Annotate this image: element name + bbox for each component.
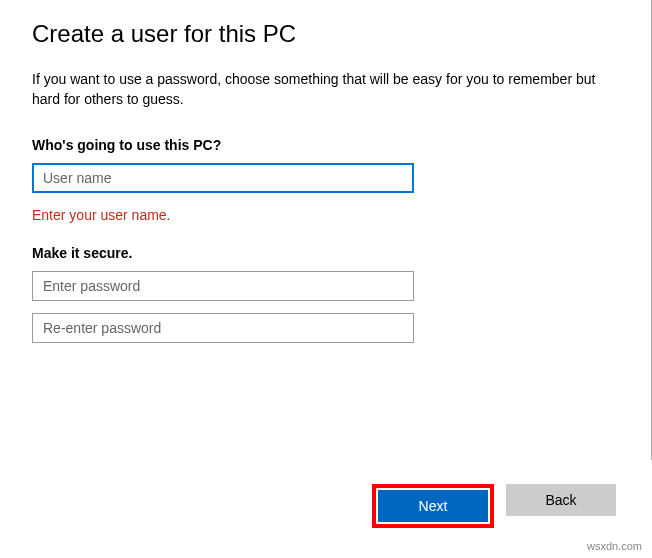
username-label: Who's going to use this PC? (32, 137, 619, 153)
next-button-highlight: Next (372, 484, 494, 528)
password-label: Make it secure. (32, 245, 619, 261)
confirm-password-input[interactable] (32, 313, 414, 343)
button-row: Next Back (372, 484, 616, 528)
watermark-text: wsxdn.com (587, 540, 642, 552)
next-button[interactable]: Next (378, 490, 488, 522)
username-error: Enter your user name. (32, 207, 619, 223)
page-title: Create a user for this PC (32, 20, 619, 48)
back-button[interactable]: Back (506, 484, 616, 516)
dialog-content: Create a user for this PC If you want to… (0, 0, 652, 460)
description-text: If you want to use a password, choose so… (32, 70, 619, 109)
username-input[interactable] (32, 163, 414, 193)
password-input[interactable] (32, 271, 414, 301)
